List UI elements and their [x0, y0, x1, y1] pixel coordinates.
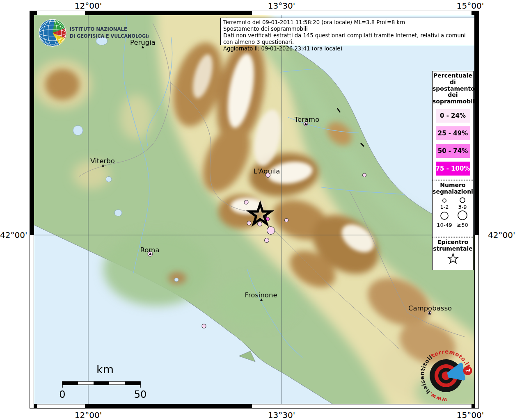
felt-report-dot	[258, 222, 262, 226]
ingv-globe-icon	[39, 19, 66, 46]
lon-label-bottom-15: 15°00'	[457, 410, 484, 420]
felt-report-dot	[266, 173, 270, 178]
ingv-logo: ISTITUTO NAZIONALE DI GEOFISICA E VULCAN…	[38, 17, 149, 48]
felt-report-dot	[244, 200, 248, 204]
count-label-10-49: 10-49	[437, 222, 452, 228]
lat-label-right-42: 42°00'	[488, 230, 515, 240]
felt-report-dot	[202, 324, 206, 328]
frame-top	[30, 11, 479, 15]
felt-report-dot	[363, 173, 366, 177]
city-label: Teramo	[294, 116, 320, 123]
frame-left	[30, 11, 34, 409]
legend-swatch-0-24: 0 - 24%	[436, 109, 470, 123]
legend-swatch-50-74: 50 - 74%	[436, 144, 470, 158]
info-line-event: Terremoto del 09-01-2011 11:58:20 (ora l…	[223, 19, 472, 26]
map-canvas: PerugiaTeramoViterboL'AquilaRomaFrosinon…	[34, 15, 475, 404]
info-line-effect: Spostamento dei soprammobili	[223, 26, 472, 32]
city-label: Viterbo	[90, 157, 114, 165]
legend-swatch-75-100: 75 - 100%	[436, 162, 470, 176]
haisentitoilterremoto-logo: ? www.haisentitoilterremoto.it	[416, 346, 476, 406]
count-label-50plus: ≥50	[457, 222, 468, 228]
frame-right	[474, 11, 479, 409]
felt-report-dot	[267, 227, 275, 235]
city-label: Campobasso	[408, 304, 452, 312]
scale-unit: km	[96, 363, 114, 376]
legend-counts-title: Numero segnalazioni	[433, 180, 473, 195]
lat-label-left-42: 42°00'	[0, 230, 27, 240]
info-line-disclaimer: Dati non verificati estratti da 145 ques…	[223, 32, 472, 46]
count-label-1-2: 1-2	[440, 204, 449, 210]
lon-label-bottom-12: 12°00'	[75, 410, 102, 420]
felt-report-dot	[285, 219, 288, 222]
legend-swatch-25-49: 25 - 49%	[436, 126, 470, 140]
info-line-updated: Aggiornato il: 09-01-2026 23:41 (ora loc…	[223, 46, 472, 52]
ingv-name-line1: ISTITUTO NAZIONALE	[70, 26, 127, 32]
count-circle-50plus	[458, 211, 467, 220]
legend-title: Percentuale di spostamento dei soprammob…	[433, 71, 473, 105]
ingv-name-line2: DI GEOFISICA E VULCANOLOGIA	[70, 33, 149, 39]
scale-start: 0	[59, 389, 65, 400]
lon-label-top-12: 12°00'	[75, 1, 102, 11]
count-label-3-9: 3-9	[458, 204, 467, 210]
legend-panel: Percentuale di spostamento dei soprammob…	[432, 71, 474, 270]
felt-report-dot	[265, 238, 269, 243]
count-circle-10-49	[441, 212, 448, 219]
legend-count-symbols: 1-2 3-9 10-49 ≥50	[433, 195, 473, 231]
city-label: Frosinone	[245, 291, 277, 299]
lon-label-top-15: 15°00'	[457, 1, 484, 11]
epicenter-star-icon	[448, 253, 458, 263]
city-label: Roma	[140, 246, 159, 254]
earthquake-info-box: Terremoto del 09-01-2011 11:58:20 (ora l…	[220, 18, 475, 45]
legend-epicenter-title: Epicentro strumentale	[433, 237, 473, 252]
frame-bottom	[30, 404, 479, 409]
legend-epicenter-symbol	[445, 252, 461, 266]
scale-end: 50	[134, 389, 147, 400]
lon-label-bottom-1330: 13°30'	[268, 410, 295, 420]
scale-bar-segments	[62, 381, 140, 388]
scale-bar: km 0 50	[57, 362, 152, 401]
lon-label-top-1330: 13°30'	[268, 1, 295, 11]
count-circle-1-2	[442, 199, 446, 202]
felt-report-dot	[247, 221, 251, 225]
count-circle-3-9	[460, 198, 465, 203]
terrain-map: PerugiaTeramoViterboL'AquilaRomaFrosinon…	[34, 15, 475, 404]
earthquake-map-page: { "info_box": { "lines": [ "Terremoto de…	[0, 0, 515, 420]
